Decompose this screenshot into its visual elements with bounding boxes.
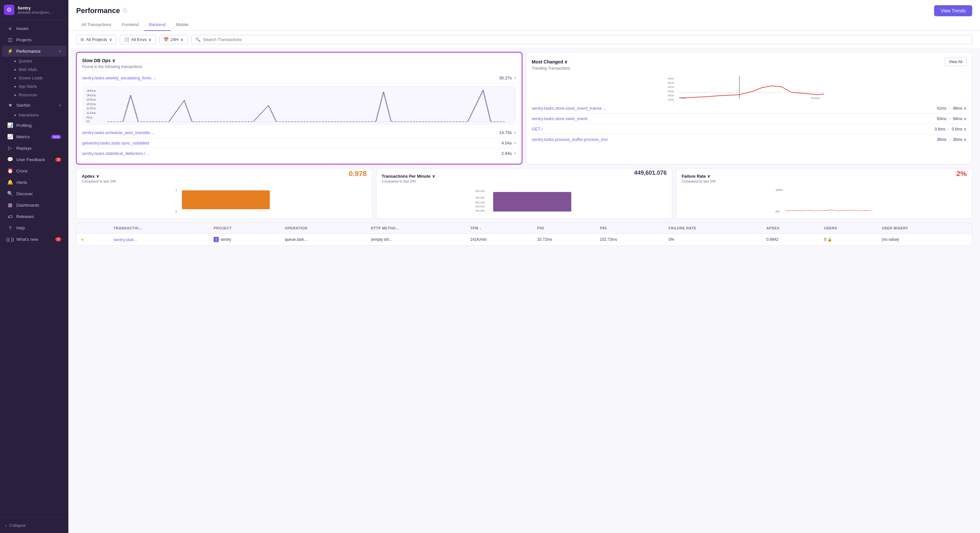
- transaction-chevron-up[interactable]: ∧: [514, 76, 516, 80]
- dot-icon: [14, 86, 16, 87]
- transaction-chevron-down[interactable]: ∨: [514, 151, 516, 155]
- alerts-icon: 🔔: [7, 179, 13, 185]
- metrics-cards-row: Apdex ∨ 0.978 Compared to last 24h 1 0 T…: [76, 168, 972, 219]
- cell-failure-rate: 0%: [665, 234, 763, 246]
- transaction-chevron-down[interactable]: ∨: [514, 141, 516, 145]
- sidebar-item-queries[interactable]: Queries: [0, 57, 68, 65]
- all-envs-filter[interactable]: ⬜ All Envs ∨: [120, 35, 156, 44]
- filters-row: ⊞ All Projects ∨ ⬜ All Envs ∨ 📅 24H ∨ 🔍: [68, 31, 980, 48]
- sidebar-item-app-starts[interactable]: App Starts: [0, 82, 68, 91]
- sidebar-item-dashboards[interactable]: ▦ Dashboards: [2, 200, 67, 211]
- trend-chevron[interactable]: ∨: [964, 116, 967, 121]
- col-failure-rate[interactable]: FAILURE RATE: [665, 223, 763, 234]
- tpm-title: Transactions Per Minute ∨: [382, 174, 667, 179]
- col-p50[interactable]: P50: [533, 223, 596, 234]
- col-users[interactable]: USERS: [820, 223, 878, 234]
- tab-mobile[interactable]: Mobile: [170, 19, 193, 31]
- tpm-chevron[interactable]: ∨: [432, 174, 435, 179]
- sidebar-item-user-feedback[interactable]: 💬 User Feedback 8: [2, 154, 67, 165]
- trend-chevron[interactable]: ∧: [964, 106, 967, 111]
- cell-tpm: 141K/min: [466, 234, 533, 246]
- transaction-link-3[interactable]: getsentry.tasks.stats.sync_outdated: [82, 141, 149, 146]
- trend-link-4[interactable]: sentry.tasks.process_buffer.process_incr: [532, 137, 608, 142]
- title-row: Performance ⓘ: [76, 6, 127, 15]
- trend-row: sentry.tasks.process_buffer.process_incr…: [532, 134, 967, 144]
- trend-link-1[interactable]: sentry.tasks.store.save_event_transa ...: [532, 106, 606, 111]
- projects-chevron: ∨: [109, 37, 112, 42]
- sidebar-item-issues[interactable]: ≡ Issues: [2, 23, 67, 34]
- slow-db-chevron[interactable]: ∨: [112, 58, 115, 63]
- svg-text:0: 0: [175, 210, 177, 213]
- most-changed-chevron[interactable]: ∨: [564, 59, 568, 64]
- apdex-chevron[interactable]: ∨: [96, 174, 99, 179]
- transaction-cell-link[interactable]: sentry.task...: [114, 237, 137, 242]
- sidebar-item-help[interactable]: ? Help: [2, 222, 67, 233]
- col-apdex[interactable]: APDEX: [762, 223, 820, 234]
- svg-text:100,000: 100,000: [475, 209, 485, 212]
- view-all-button[interactable]: View All: [945, 57, 967, 66]
- most-changed-subtitle: Trending Transactions: [532, 66, 967, 71]
- svg-text:500,000: 500,000: [475, 190, 485, 193]
- all-projects-filter[interactable]: ⊞ All Projects ∨: [76, 35, 116, 44]
- col-http-method[interactable]: HTTP METHO...: [367, 223, 466, 234]
- trend-row: GET / 0.6ms → 0.6ms ∨: [532, 124, 967, 134]
- sidebar-item-crons[interactable]: ⏰ Crons: [2, 165, 67, 176]
- trend-link-3[interactable]: GET /: [532, 127, 543, 132]
- search-input[interactable]: [203, 37, 968, 42]
- search-bar[interactable]: 🔍: [191, 35, 972, 44]
- view-trends-button[interactable]: View Trends: [934, 5, 972, 16]
- collapse-button[interactable]: ‹ Collapse: [0, 520, 68, 530]
- sidebar-item-screen-loads[interactable]: Screen Loads: [0, 74, 68, 82]
- sidebar-item-projects[interactable]: ◫ Projects: [2, 34, 67, 45]
- table-row: ★ sentry.task... S sentry queue.task....…: [76, 234, 972, 246]
- trend-chevron[interactable]: ∨: [964, 137, 967, 142]
- col-p95[interactable]: P95: [596, 223, 665, 234]
- sidebar-item-resources[interactable]: Resources: [0, 91, 68, 99]
- sidebar-item-web-vitals[interactable]: Web Vitals: [0, 65, 68, 74]
- sidebar-item-alerts[interactable]: 🔔 Alerts: [2, 177, 67, 188]
- tab-frontend[interactable]: Frontend: [116, 19, 144, 31]
- transaction-link-2[interactable]: sentry.tasks.schedule_auto_transitio ...: [82, 130, 155, 135]
- apdex-value: 0.978: [349, 170, 367, 178]
- sidebar-item-discover[interactable]: 🔍 Discover: [2, 188, 67, 199]
- sidebar-item-metrics[interactable]: 📈 Metrics beta: [2, 131, 67, 142]
- star-icon: ★: [80, 237, 85, 242]
- sidebar-item-whats-new[interactable]: ((·)) What's new 6: [2, 234, 67, 245]
- transaction-link-1[interactable]: sentry.tasks.weekly_escalating_forec ...: [82, 76, 156, 80]
- transaction-chevron-down[interactable]: ∨: [514, 130, 516, 135]
- svg-text:45ms: 45ms: [668, 94, 674, 97]
- col-user-misery[interactable]: USER MISERY: [878, 223, 972, 234]
- svg-text:40ms: 40ms: [668, 98, 674, 100]
- cell-star[interactable]: ★: [76, 234, 110, 246]
- transaction-row: sentry.tasks.schedule_auto_transitio ...…: [82, 128, 516, 138]
- col-tpm[interactable]: TPM ↓: [466, 223, 533, 234]
- tab-all-transactions[interactable]: All Transactions: [76, 19, 116, 31]
- dot-icon: [14, 69, 16, 71]
- sidebar-item-interactions[interactable]: Interactions: [0, 111, 68, 119]
- svg-rect-21: [182, 190, 270, 209]
- sidebar-item-starfish[interactable]: ★ Starfish ∨: [2, 100, 67, 111]
- time-filter[interactable]: 📅 24H ∨: [159, 35, 188, 44]
- svg-text:0: 0: [86, 120, 89, 122]
- svg-text:20s: 20s: [86, 103, 96, 106]
- transaction-link-4[interactable]: sentry.tasks.statistical_detectors.r ...: [82, 151, 150, 156]
- failure-rate-chevron[interactable]: ∨: [707, 174, 710, 179]
- sidebar-item-replays[interactable]: ▷ Replays: [2, 143, 67, 154]
- cell-user-misery: (no value): [878, 234, 972, 246]
- releases-icon: 🏷: [7, 213, 13, 219]
- slow-db-header: Slow DB Ops ∨: [82, 58, 516, 63]
- dot-icon: [14, 78, 16, 79]
- page-help-icon[interactable]: ⓘ: [123, 8, 127, 14]
- col-transaction[interactable]: TRANSACTIO...: [110, 223, 210, 234]
- trend-link-2[interactable]: sentry.tasks.store.save_event: [532, 116, 587, 121]
- sidebar-item-profiling[interactable]: 📊 Profiling: [2, 120, 67, 131]
- whats-new-badge: 6: [55, 237, 61, 241]
- col-operation[interactable]: OPERATION: [281, 223, 367, 234]
- trend-chevron[interactable]: ∨: [964, 127, 967, 132]
- transaction-value-3: 4.04s ∨: [501, 141, 516, 146]
- sidebar-item-releases[interactable]: 🏷 Releases: [2, 211, 67, 222]
- sidebar-item-performance[interactable]: ⚡ Performance ∧: [2, 46, 67, 57]
- tab-backend[interactable]: Backend: [144, 19, 171, 31]
- col-project[interactable]: PROJECT: [210, 223, 281, 234]
- failure-rate-chart: 100% 0%: [682, 187, 967, 213]
